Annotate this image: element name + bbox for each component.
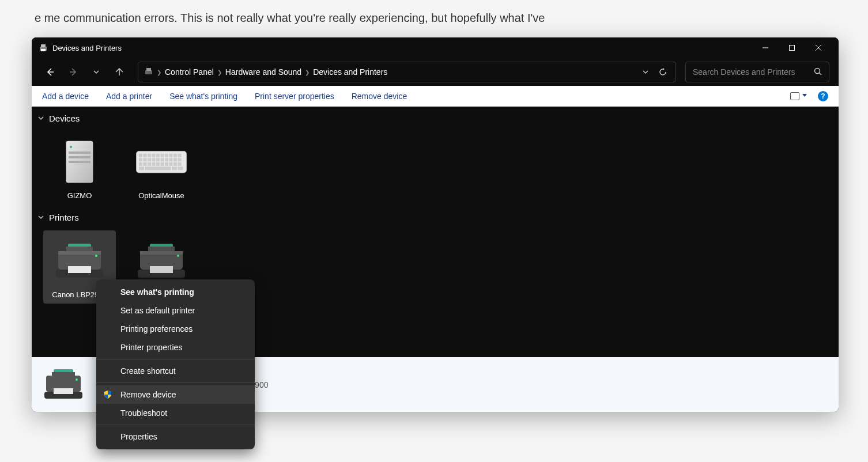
svg-rect-33 [148,158,151,161]
svg-rect-46 [161,162,164,165]
menu-separator [96,383,255,383]
layout-icon [790,92,799,100]
search-icon[interactable] [814,67,822,77]
svg-rect-48 [169,162,173,165]
svg-rect-36 [161,158,164,161]
printer-crumb-icon [144,67,153,78]
printers-group-label: Printers [49,213,79,222]
address-bar[interactable]: ❯ Control Panel ❯ Hardware and Sound ❯ D… [138,62,676,82]
menu-remove-device[interactable]: Remove device [96,385,255,404]
navigation-bar: ❯ Control Panel ❯ Hardware and Sound ❯ D… [32,58,839,86]
breadcrumb-devices-printers[interactable]: Devices and Printers [313,67,387,77]
devices-group-label: Devices [49,113,80,123]
forward-button[interactable] [64,63,82,81]
svg-rect-47 [165,162,168,165]
svg-point-16 [70,146,72,148]
command-toolbar: Add a device Add a printer See what's pr… [32,86,839,107]
add-device-button[interactable]: Add a device [42,92,89,101]
svg-rect-40 [178,158,182,161]
svg-point-12 [815,68,820,73]
device-opticalmouse[interactable]: OpticalMouse [125,131,198,205]
svg-rect-44 [152,162,156,165]
window-title: Devices and Printers [52,44,752,52]
svg-rect-74 [54,388,73,394]
svg-rect-41 [139,162,142,165]
help-button[interactable]: ? [818,91,828,101]
breadcrumb-hardware-sound[interactable]: Hardware and Sound [225,67,301,77]
svg-rect-23 [148,153,151,157]
back-button[interactable] [41,63,59,81]
svg-rect-42 [144,162,147,165]
up-button[interactable] [110,63,129,81]
menu-troubleshoot[interactable]: Troubleshoot [96,404,255,422]
chevron-down-icon [37,113,44,123]
uac-shield-icon [103,390,112,399]
svg-rect-2 [41,49,46,51]
close-button[interactable] [805,37,832,58]
svg-rect-24 [152,153,156,157]
menu-properties[interactable]: Properties [96,427,255,446]
chevron-down-icon [37,213,44,222]
menu-remove-device-label: Remove device [120,390,176,399]
search-box[interactable] [685,62,829,82]
refresh-button[interactable] [656,63,670,81]
svg-rect-35 [156,158,160,161]
menu-separator [96,425,255,425]
svg-rect-43 [148,162,151,165]
device-label: GIZMO [67,191,92,200]
svg-point-66 [177,255,179,257]
svg-rect-50 [178,162,182,165]
svg-rect-52 [145,166,171,170]
device-label: OpticalMouse [138,191,184,200]
breadcrumb-control-panel[interactable]: Control Panel [165,67,214,77]
search-input[interactable] [693,67,814,77]
svg-rect-38 [169,158,173,161]
svg-rect-49 [173,162,177,165]
recent-dropdown-button[interactable] [87,63,105,81]
svg-rect-37 [165,158,168,161]
devices-group-header[interactable]: Devices [32,111,839,126]
menu-create-shortcut[interactable]: Create shortcut [96,362,255,380]
svg-point-59 [95,255,97,257]
see-printing-button[interactable]: See what's printing [169,92,237,101]
svg-rect-17 [69,152,90,154]
svg-rect-54 [178,166,183,170]
menu-printing-prefs[interactable]: Printing preferences [96,320,255,338]
svg-rect-18 [69,156,90,158]
address-dropdown-button[interactable] [639,63,652,81]
svg-line-13 [820,73,822,75]
add-printer-button[interactable]: Add a printer [106,92,152,101]
background-page-text: e me communication errors. This is not r… [35,12,545,25]
svg-rect-27 [165,153,168,157]
view-toggle-button[interactable] [790,92,799,100]
svg-rect-39 [173,158,177,161]
svg-rect-68 [150,266,173,273]
svg-point-72 [76,378,78,381]
svg-rect-29 [173,153,177,157]
printer-titlebar-icon [39,43,48,52]
svg-rect-4 [790,46,795,51]
printers-group-header[interactable]: Printers [32,210,839,225]
menu-separator [96,359,255,359]
remove-device-button[interactable]: Remove device [352,92,407,101]
svg-rect-1 [41,44,46,47]
svg-rect-10 [145,70,152,74]
svg-rect-53 [172,166,177,170]
svg-rect-58 [58,251,101,255]
printer-context-menu: See what's printing Set as default print… [96,279,255,449]
printer-icon [54,235,105,287]
minimize-button[interactable] [752,37,779,58]
menu-printer-props[interactable]: Printer properties [96,338,255,357]
svg-rect-34 [152,158,156,161]
svg-rect-32 [144,158,147,161]
svg-rect-25 [156,153,160,157]
print-server-props-button[interactable]: Print server properties [255,92,334,101]
svg-rect-19 [69,161,90,163]
svg-rect-45 [156,162,160,165]
chevron-right-icon: ❯ [217,69,222,75]
titlebar[interactable]: Devices and Printers [32,37,839,58]
menu-set-default[interactable]: Set as default printer [96,301,255,320]
maximize-button[interactable] [779,37,805,58]
menu-see-printing[interactable]: See what's printing [96,283,255,301]
device-gizmo[interactable]: GIZMO [43,131,116,205]
